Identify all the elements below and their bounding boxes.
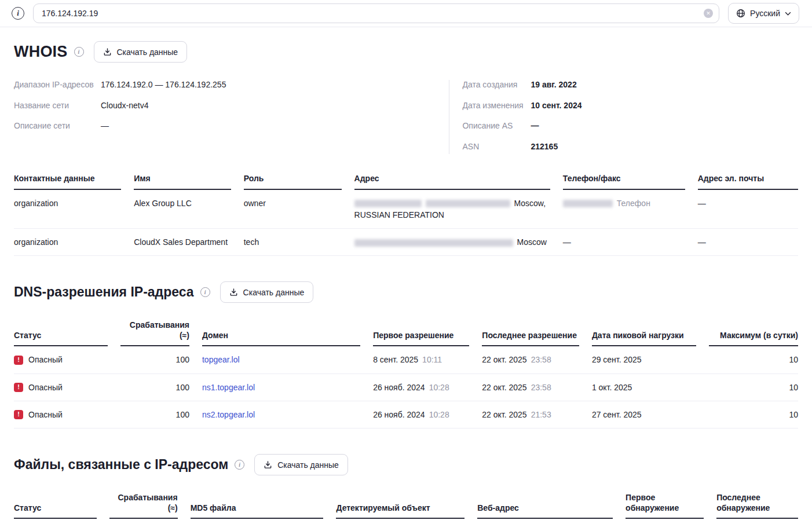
cell-status: !Опасный	[14, 401, 120, 428]
date-text: 22 окт. 2025	[482, 383, 526, 392]
col-header-label: Домен	[202, 327, 360, 347]
col-header-label: Контактные данные	[14, 170, 121, 190]
col-header-label: Телефон/факс	[563, 170, 685, 190]
col-header-md5: MD5 файла	[191, 489, 336, 519]
table-row: organization Alex Group LLC owner Moscow…	[14, 190, 798, 229]
dns-section: DNS-разрешения IP-адреса i Скачать данны…	[0, 281, 812, 429]
col-header-label: Имя	[134, 170, 231, 190]
info-icon[interactable]: i	[235, 460, 244, 470]
dns-table: Статус Срабатывания (≈) Домен Первое раз…	[14, 317, 798, 429]
table-row: !Опасный 100 topgear.lol 8 сент. 202510:…	[14, 346, 798, 373]
cell-role: tech	[244, 229, 354, 256]
cell-email: —	[698, 229, 798, 256]
cell-max-per-day: 10	[709, 401, 798, 428]
cell-phone: Телефон	[563, 190, 698, 229]
time-text: 10:11	[422, 355, 442, 364]
col-header-max-per-day: Максимум (в сутки)	[709, 317, 798, 346]
time-text: 23:58	[531, 355, 551, 364]
redacted-block	[426, 200, 510, 207]
date-text: 26 нояб. 2024	[373, 383, 425, 392]
field-row: Дата изменения 10 сент. 2024	[462, 101, 798, 111]
cell-last-resolution: 22 окт. 202523:58	[482, 373, 592, 401]
field-value: —	[531, 121, 539, 131]
field-label: ASN	[462, 142, 531, 152]
col-header-label: Веб-адрес	[477, 500, 613, 519]
info-icon[interactable]: i	[12, 7, 24, 20]
download-data-button[interactable]: Скачать данные	[220, 281, 314, 303]
col-header-label: Срабатывания (≈)	[109, 489, 177, 519]
col-header-detected-object: Детектируемый объект	[336, 489, 477, 519]
download-data-button[interactable]: Скачать данные	[254, 454, 348, 475]
date-text: 22 окт. 2025	[482, 410, 526, 419]
field-row: Описание сети —	[14, 121, 449, 131]
dns-section-head: DNS-разрешения IP-адреса i Скачать данны…	[14, 281, 798, 303]
cell-peak-date: 29 сент. 2025	[592, 346, 709, 373]
cell-role: owner	[244, 190, 354, 229]
field-row: Описание AS —	[462, 121, 798, 131]
danger-icon: !	[14, 410, 23, 419]
files-title: Файлы, связанные с IP-адресом	[14, 457, 228, 473]
search-input[interactable]	[42, 9, 704, 18]
field-value: —	[101, 121, 109, 131]
language-button[interactable]: Русский	[728, 3, 799, 24]
cell-phone: —	[563, 229, 698, 256]
time-text: 10:28	[429, 410, 449, 419]
time-text: 10:28	[429, 383, 449, 392]
col-header-address: Адрес	[354, 170, 563, 190]
cell-domain: ns2.topgear.lol	[202, 401, 373, 428]
whois-title: WHOIS	[14, 43, 68, 61]
table-row: !Опасный 100 ns2.topgear.lol 26 нояб. 20…	[14, 401, 798, 428]
info-icon[interactable]: i	[74, 47, 84, 57]
search-box[interactable]: ✕	[33, 3, 719, 23]
col-header-label: Адрес	[354, 170, 550, 190]
col-header-web-address: Веб-адрес	[477, 489, 626, 519]
table-header-row: Контактные данные Имя Роль Адрес Телефон…	[14, 170, 798, 190]
field-value: 10 сент. 2024	[531, 101, 581, 111]
info-icon[interactable]: i	[200, 287, 210, 297]
redacted-block	[563, 200, 613, 207]
col-header-name: Имя	[134, 170, 244, 190]
col-header-status: Статус	[14, 317, 120, 346]
col-header-label: Адрес эл. почты	[698, 170, 798, 190]
col-header-hits: Срабатывания (≈)	[109, 489, 190, 519]
field-value: 19 авг. 2022	[531, 80, 576, 90]
clear-icon[interactable]: ✕	[704, 9, 713, 18]
globe-icon	[736, 9, 745, 18]
field-value: Cloudx-netv4	[101, 101, 149, 111]
table-row: organization CloudX Sales Department tec…	[14, 229, 798, 256]
cell-status: !Опасный	[14, 373, 120, 401]
cell-hits: 100	[120, 401, 202, 428]
download-label: Скачать данные	[277, 460, 339, 470]
time-text: 21:53	[531, 410, 551, 419]
table-header-row: Статус Срабатывания (≈) Домен Первое раз…	[14, 317, 798, 346]
domain-link[interactable]: ns1.topgear.lol	[202, 383, 255, 392]
field-label: Название сети	[14, 101, 101, 111]
domain-link[interactable]: topgear.lol	[202, 355, 240, 364]
status-label: Опасный	[28, 382, 63, 393]
download-icon	[264, 460, 272, 469]
files-section: Файлы, связанные с IP-адресом i Скачать …	[0, 454, 812, 520]
files-section-head: Файлы, связанные с IP-адресом i Скачать …	[14, 454, 798, 475]
field-label: Дата создания	[462, 80, 531, 90]
whois-section-head: WHOIS i Скачать данные	[14, 41, 798, 63]
date-text: 26 нояб. 2024	[373, 410, 425, 419]
domain-link[interactable]: ns2.topgear.lol	[202, 410, 255, 419]
cell-contact-type: organization	[14, 229, 134, 256]
cell-max-per-day: 10	[709, 346, 798, 373]
cell-domain: ns1.topgear.lol	[202, 373, 373, 401]
col-header-status: Статус	[14, 489, 109, 519]
col-header-label: Первое обнаружение	[626, 489, 704, 519]
redacted-block	[354, 239, 513, 247]
date-text: 22 окт. 2025	[482, 355, 526, 364]
topbar: i ✕ Русский	[0, 0, 812, 27]
col-header-domain: Домен	[202, 317, 373, 346]
address-text: Moscow	[517, 237, 547, 247]
cell-hits: 100	[120, 346, 202, 373]
status-label: Опасный	[28, 354, 63, 365]
field-label: Дата изменения	[462, 101, 531, 111]
download-data-button[interactable]: Скачать данные	[94, 41, 188, 63]
cell-address: Moscow, RUSSIAN FEDERATION	[354, 190, 563, 229]
col-header-hits: Срабатывания (≈)	[120, 317, 202, 346]
files-table: Статус Срабатывания (≈) MD5 файла Детект…	[14, 489, 798, 520]
redacted-block	[354, 200, 422, 207]
